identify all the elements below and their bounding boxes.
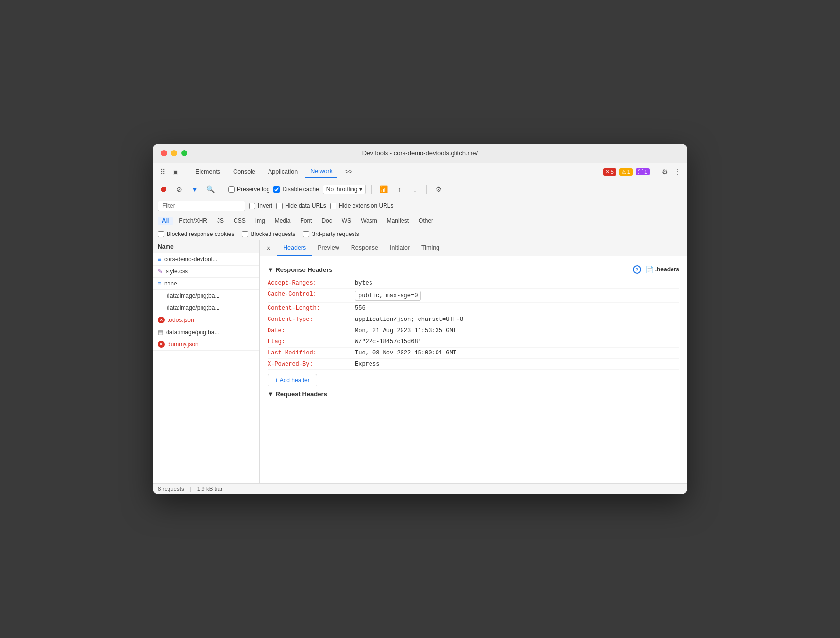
download-icon[interactable]: ↓ [409,184,420,195]
preserve-log-label[interactable]: Preserve log [228,186,269,193]
preserve-log-checkbox[interactable] [228,186,235,193]
headers-file-link[interactable]: 📄 .headers [645,266,679,273]
header-name-1: Cache-Control: [268,291,355,301]
file-item-6[interactable]: ▤ data:image/png;ba... [153,326,259,338]
disable-cache-label[interactable]: Disable cache [273,186,319,193]
file-item-7[interactable]: ✕ dummy.json [153,338,259,351]
file-link-icon: 📄 [645,266,654,273]
network-settings-icon[interactable]: ⚙ [433,184,444,195]
record-button[interactable]: ⏺ [158,184,169,195]
file-item-1[interactable]: ✎ style.css [153,266,259,278]
separator4 [371,185,372,194]
type-btn-js[interactable]: JS [213,217,228,225]
filter-button[interactable]: ▼ [189,184,201,195]
blocked-response-label[interactable]: Blocked response cookies [158,231,234,237]
layout-icon[interactable]: ▣ [170,167,180,177]
response-headers-section[interactable]: ▼ Response Headers ? 📄 .headers [268,261,679,278]
type-btn-img[interactable]: Img [252,217,269,225]
detail-tab-response[interactable]: Response [345,240,384,256]
minimize-button[interactable] [171,150,177,156]
close-button[interactable] [161,150,167,156]
type-btn-wasm[interactable]: Wasm [357,217,381,225]
type-btn-manifest[interactable]: Manifest [383,217,413,225]
third-party-checkbox[interactable] [303,231,309,237]
file-item-3[interactable]: — data:image/png;ba... [153,290,259,302]
file-name-1: style.css [166,268,188,275]
section-header-left: ▼ Response Headers [268,266,333,273]
type-btn-all[interactable]: All [158,217,173,225]
detail-tab-timing[interactable]: Timing [416,240,445,256]
invert-label[interactable]: Invert [249,202,272,209]
file-name-6: data:image/png;ba... [166,329,219,336]
detail-tab-initiator[interactable]: Initiator [384,240,416,256]
disable-cache-checkbox[interactable] [273,186,280,193]
purple-count: 1 [644,169,647,175]
network-toolbar: ⏺ ⊘ ▼ 🔍 Preserve log Disable cache No th… [153,181,687,198]
more-icon[interactable]: ⋮ [672,167,682,177]
tab-network[interactable]: Network [305,166,337,178]
warning-badge: ⚠ 1 [619,168,633,176]
hide-extension-urls-checkbox[interactable] [330,203,336,209]
tab-elements[interactable]: Elements [190,167,225,177]
file-name-5: todos.json [168,317,194,323]
header-row-3: Content-Type: application/json; charset=… [268,314,679,325]
type-btn-font[interactable]: Font [296,217,316,225]
wifi-icon[interactable]: 📶 [378,184,389,195]
request-headers-section[interactable]: ▼ Request Headers [268,386,679,402]
detail-tab-preview[interactable]: Preview [312,240,345,256]
file-list: Name ≡ cors-demo-devtool... ✎ style.css … [153,240,260,483]
search-button[interactable]: 🔍 [204,184,216,195]
section-actions: ? 📄 .headers [633,265,679,274]
header-value-5: W/"22c-18457c15d68" [355,338,421,345]
file-item-0[interactable]: ≡ cors-demo-devtool... [153,253,259,266]
file-item-4[interactable]: — data:image/png;ba... [153,302,259,314]
header-value-1: public, max-age=0 [355,291,421,301]
disable-cache-text: Disable cache [282,186,319,193]
maximize-button[interactable] [181,150,187,156]
grid-icon[interactable]: ⠿ [158,167,168,177]
third-party-label[interactable]: 3rd-party requests [303,231,359,237]
tab-application[interactable]: Application [263,167,302,177]
type-btn-other[interactable]: Other [415,217,437,225]
type-btn-doc[interactable]: Doc [318,217,336,225]
settings-icon[interactable]: ⚙ [660,167,670,177]
window-title: DevTools - cors-demo-devtools.glitch.me/ [362,150,478,157]
request-headers-title: ▼ Request Headers [268,390,327,398]
invert-text: Invert [258,202,272,209]
type-btn-css[interactable]: CSS [230,217,250,225]
upload-icon[interactable]: ↑ [393,184,405,195]
purple-badge: ⛶ 1 [636,168,650,175]
blocked-requests-checkbox[interactable] [242,231,248,237]
titlebar: DevTools - cors-demo-devtools.glitch.me/ [153,144,687,163]
blocked-response-checkbox[interactable] [158,231,164,237]
throttling-label: No throttling [326,186,358,193]
data-icon-4: — [158,304,164,311]
separator [185,167,185,177]
throttling-selector[interactable]: No throttling ▾ [323,185,366,194]
separator3 [222,185,222,194]
help-icon[interactable]: ? [633,265,641,274]
tab-more[interactable]: >> [340,167,357,177]
clear-button[interactable]: ⊘ [173,184,185,195]
hide-data-urls-label[interactable]: Hide data URLs [276,202,326,209]
type-btn-media[interactable]: Media [271,217,295,225]
tab-console[interactable]: Console [228,167,260,177]
add-header-button[interactable]: + Add header [268,374,317,386]
detail-tab-headers[interactable]: Headers [277,240,312,256]
hide-data-urls-checkbox[interactable] [276,203,283,209]
header-name-0: Accept-Ranges: [268,280,355,286]
invert-checkbox[interactable] [249,203,255,209]
close-detail-button[interactable]: × [264,243,273,253]
chevron-down-icon: ▾ [359,186,362,193]
file-item-2[interactable]: ≡ none [153,278,259,290]
header-name-5: Etag: [268,338,355,345]
header-value-0: bytes [355,280,372,286]
file-item-5[interactable]: ✕ todos.json [153,314,259,326]
blocked-requests-text: Blocked requests [251,231,295,237]
blocked-requests-label[interactable]: Blocked requests [242,231,295,237]
type-btn-fetch[interactable]: Fetch/XHR [175,217,211,225]
hide-extension-urls-label[interactable]: Hide extension URLs [330,202,394,209]
type-btn-ws[interactable]: WS [338,217,355,225]
devtools-window: DevTools - cors-demo-devtools.glitch.me/… [153,144,687,494]
filter-input[interactable] [158,201,245,211]
